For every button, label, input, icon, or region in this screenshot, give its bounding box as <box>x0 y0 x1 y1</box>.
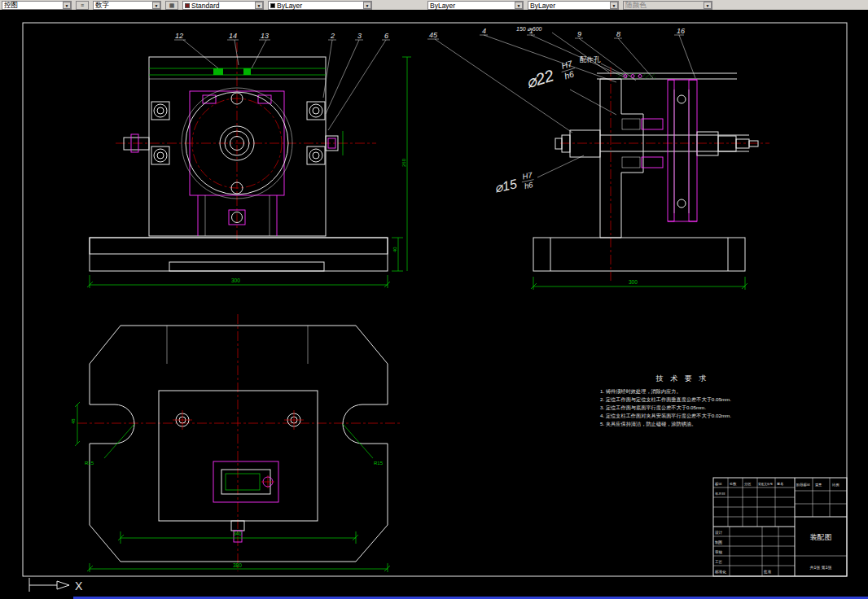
linetype-combo[interactable]: ByLayer ▼ <box>427 1 524 10</box>
tech-req-item: 4. 定位支柱工作面对夹具安装面平行度公差不大于0.02mm. <box>600 413 731 419</box>
balloon-number[interactable]: 45 <box>429 31 438 39</box>
fit-dia[interactable]: ⌀22 <box>524 66 555 91</box>
balloon-number[interactable]: 4 <box>482 27 486 35</box>
tb-change-header: 年月日 <box>715 492 726 496</box>
balloon-number[interactable]: 16 <box>677 27 685 35</box>
dim-label[interactable]: 300 <box>629 279 638 285</box>
layer-control-value: 控图 <box>4 1 61 11</box>
tb-stage-label: 阶段标记 <box>796 483 811 488</box>
fit-lower[interactable]: h6 <box>563 69 576 81</box>
balloon-number[interactable]: 13 <box>261 32 269 40</box>
front-view[interactable]: 300 40 260 <box>87 42 411 288</box>
tb-change-header: 处数 <box>730 482 737 486</box>
tech-req-item: 5. 夹具应保持清洁，防止磕碰，涂防锈油。 <box>600 421 696 427</box>
tech-req-item: 2. 定位工作面与定位支柱工作面垂直度公差不大于0.05mm. <box>600 396 731 403</box>
dropdown-arrow-icon: ▼ <box>704 2 712 9</box>
layer-states-icon[interactable]: ≡ <box>76 1 89 10</box>
drawing-svg[interactable]: 300 40 260 12 14 13 2 3 6 45 <box>0 10 868 599</box>
dropdown-arrow-icon[interactable]: ▼ <box>255 2 263 9</box>
color-control-combo[interactable]: ByLayer ▼ <box>268 1 372 10</box>
balloon-number[interactable]: 2 <box>330 32 335 40</box>
layer-control-combo[interactable]: 控图 ▼ <box>2 1 72 10</box>
plot-style-combo: 随颜色 ▼ <box>623 1 712 10</box>
taper-note[interactable]: 150 ⌀ 600 <box>516 26 542 32</box>
balloon-number[interactable]: 6 <box>384 32 388 40</box>
text-style-combo[interactable]: 数字 ▼ <box>93 1 161 10</box>
balloon-number[interactable]: 12 <box>175 32 183 40</box>
dim-label[interactable]: 380 <box>233 562 242 568</box>
dropdown-arrow-icon[interactable]: ▼ <box>515 2 523 9</box>
tb-drawing-title: 装配图 <box>810 533 832 541</box>
fit-dia[interactable]: ⌀15 <box>493 177 518 195</box>
style-manager-icon[interactable]: ▦ <box>165 1 178 10</box>
dim-label[interactable]: 260 <box>401 158 406 167</box>
tb-weight-label: 重量 <box>815 483 822 487</box>
linetype-value: ByLayer <box>430 2 513 10</box>
dim-label[interactable]: 300 <box>231 278 240 283</box>
ucs-icon: X <box>29 578 83 592</box>
dim-style-value: Standard <box>191 2 253 10</box>
dim-style-combo[interactable]: Standard ▼ <box>182 1 264 10</box>
autocad-window: 控图 ▼ ≡ 数字 ▼ ▦ Standard ▼ ByLayer ▼ ByLay… <box>0 0 868 599</box>
dim-label[interactable]: R15 <box>374 461 384 466</box>
ucs-x-label: X <box>75 579 83 592</box>
tech-req-item: 3. 定位工作面与底面平行度公差不大于0.05mm. <box>600 404 706 411</box>
lineweight-value: ByLayer <box>530 2 608 10</box>
properties-toolbar: 控图 ▼ ≡ 数字 ▼ ▦ Standard ▼ ByLayer ▼ ByLay… <box>0 0 868 10</box>
title-block[interactable]: 标记 处数 分区 更改文件号 签名 年月日 设计 制图 审核 工艺 标准化 批准… <box>713 478 847 576</box>
tb-sign-label: 标准化 <box>714 570 726 575</box>
fit-lower[interactable]: h6 <box>524 180 534 190</box>
balloon-number[interactable]: 8 <box>616 30 620 38</box>
dim-label[interactable]: 40 <box>392 247 397 252</box>
match-hole-note[interactable]: 配作孔 <box>580 55 601 63</box>
drawing-canvas[interactable]: 300 40 260 12 14 13 2 3 6 45 <box>0 10 868 599</box>
dim-label[interactable]: 48 <box>71 418 76 424</box>
callouts[interactable]: 150 ⌀ 600 配作孔 ⌀22 H7 h6 ⌀15 H7 h6 <box>493 26 627 197</box>
dim-label[interactable]: R15 <box>85 461 94 466</box>
tb-sign-label: 制图 <box>715 540 722 545</box>
section-view[interactable]: 300 <box>531 67 769 290</box>
tb-sign-label: 批准 <box>763 570 772 575</box>
fit-callout-15[interactable]: ⌀15 H7 h6 <box>493 170 536 197</box>
tb-scale-label: 比例 <box>832 483 839 488</box>
lineweight-combo[interactable]: ByLayer ▼ <box>528 1 619 10</box>
dropdown-arrow-icon[interactable]: ▼ <box>152 2 160 9</box>
color-swatch <box>270 3 275 8</box>
fit-callout-22[interactable]: ⌀22 H7 h6 <box>524 58 578 92</box>
item-balloons-right[interactable]: 45 4 1 9 8 16 <box>427 27 695 133</box>
dim-label[interactable]: 340 <box>233 531 242 536</box>
tb-change-header: 分区 <box>744 482 752 486</box>
balloon-number[interactable]: 14 <box>229 32 237 40</box>
color-control-value: ByLayer <box>277 2 362 10</box>
dropdown-arrow-icon[interactable]: ▼ <box>63 2 71 9</box>
dim-style-icon <box>185 3 190 8</box>
dropdown-arrow-icon[interactable]: ▼ <box>610 2 618 9</box>
tb-sheet-note: 共1张 第1张 <box>810 565 832 571</box>
tech-req-item: 1. 铸件须经时效处理，消除内应力。 <box>600 388 682 395</box>
tb-change-header: 签名 <box>777 482 783 486</box>
balloon-number[interactable]: 3 <box>357 32 362 40</box>
tb-change-header: 标记 <box>715 482 722 487</box>
item-balloons-left[interactable]: 12 14 13 2 3 6 <box>174 32 390 130</box>
tb-sign-label: 设计 <box>715 530 723 535</box>
plot-style-value: 随颜色 <box>625 1 702 11</box>
tb-sign-label: 工艺 <box>715 559 723 564</box>
text-style-value: 数字 <box>95 1 151 11</box>
dropdown-arrow-icon[interactable]: ▼ <box>363 2 371 9</box>
tech-requirements[interactable]: 技 术 要 求 1. 铸件须经时效处理，消除内应力。 2. 定位工作面与定位支柱… <box>600 374 731 427</box>
tech-req-title: 技 术 要 求 <box>655 374 709 383</box>
tb-sign-label: 审核 <box>715 550 723 554</box>
plan-view[interactable]: 340 380 R15 R15 48 <box>71 314 401 572</box>
tb-change-header: 更改文件号 <box>758 482 773 486</box>
balloon-number[interactable]: 9 <box>577 30 581 38</box>
